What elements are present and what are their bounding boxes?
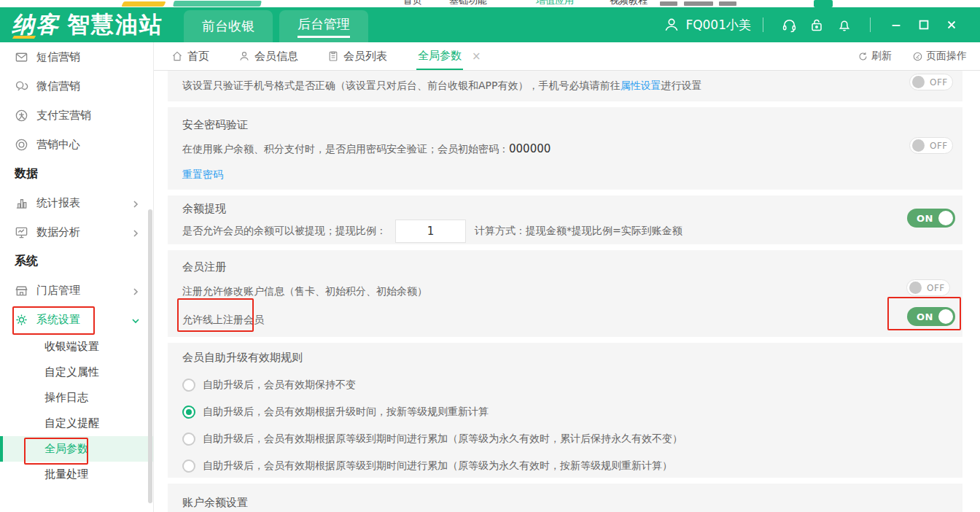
- upgrade-option-2[interactable]: 自助升级后，会员有效期根据升级时间，按新等级规则重新计算: [182, 406, 948, 419]
- backdrop-icon-fragment: [814, 0, 833, 7]
- balance-withdrawal-toggle[interactable]: ON: [907, 209, 955, 228]
- section-title: 账户余额设置: [182, 496, 948, 510]
- tab-member-info[interactable]: 会员信息: [238, 42, 298, 70]
- page-operations-label: 页面操作: [926, 50, 967, 63]
- member-icon: [238, 50, 250, 62]
- security-password-toggle[interactable]: OFF: [909, 137, 953, 154]
- section-title: 安全密码验证: [182, 118, 948, 132]
- withdrawal-desc-after: 计算方式：提现金额*提现比例=实际到账金额: [475, 225, 682, 238]
- maximize-button[interactable]: [916, 17, 932, 33]
- nav-tab-label: 前台收银: [202, 18, 254, 35]
- chevron-down-icon: [131, 315, 140, 324]
- sidebar-item-custom-attributes[interactable]: 自定义属性: [0, 360, 153, 385]
- user-account[interactable]: FQ001小美: [664, 17, 751, 34]
- tab-close-icon[interactable]: ×: [472, 50, 481, 63]
- sidebar-item-operation-log[interactable]: 操作日志: [0, 385, 153, 411]
- toggle-knob: [912, 139, 925, 152]
- sidebar-item-batch-processing[interactable]: 批量处理: [0, 462, 153, 487]
- upgrade-option-3[interactable]: 自助升级后，会员有效期根据原等级到期时间进行累加（原等级为永久有效时，累计后保持…: [182, 433, 948, 446]
- upgrade-option-4[interactable]: 自助升级后，会员有效期根据原等级到期时间进行累加（原等级为永久有效时，按新等级规…: [182, 459, 948, 473]
- section-balance-withdrawal: 余额提现 是否允许会员的余额可以被提现；提现比例： 计算方式：提现金额*提现比例…: [168, 195, 962, 244]
- store-icon: [15, 284, 28, 298]
- tab-home[interactable]: 首页: [171, 42, 209, 70]
- phone-validation-toggle[interactable]: OFF: [909, 74, 953, 90]
- sidebar-item-data-analysis[interactable]: 数据分析: [0, 217, 153, 247]
- minimize-button[interactable]: [888, 17, 904, 33]
- sidebar-item-alipay-marketing[interactable]: 支付宝营销: [0, 101, 153, 130]
- gear-icon: [15, 313, 28, 327]
- nav-tab-backend-admin[interactable]: 后台管理: [279, 10, 368, 42]
- alipay-icon: [15, 109, 28, 123]
- upgrade-option-1[interactable]: 自助升级后，会员有效期保持不变: [182, 379, 948, 392]
- monitor-chart-icon: [15, 225, 28, 239]
- sidebar-item-statistics-report[interactable]: 统计报表: [0, 188, 153, 217]
- background-window-strip: 首页 基础功能 增值应用 视频教程: [0, 0, 980, 7]
- backdrop-menu-video: 视频教程: [610, 0, 648, 7]
- radio-unselected[interactable]: [182, 379, 195, 392]
- tabbar-actions: 刷新 页面操作: [858, 50, 967, 63]
- sidebar-item-system-settings[interactable]: 系统设置: [0, 305, 153, 334]
- sidebar-item-wechat-marketing[interactable]: 微信营销: [0, 71, 153, 101]
- section-title: 余额提现: [182, 202, 948, 216]
- section-title: 会员注册: [182, 260, 948, 274]
- backdrop-menu-home: 首页: [403, 0, 422, 7]
- sidebar-item-marketing-center[interactable]: 营销中心: [0, 130, 153, 159]
- registration-edit-account-toggle[interactable]: OFF: [906, 279, 950, 296]
- sidebar-item-custom-reminder[interactable]: 自定义提醒: [0, 411, 153, 436]
- lock-screen-icon[interactable]: [809, 17, 825, 33]
- tab-label: 首页: [187, 50, 209, 63]
- toggle-knob: [909, 282, 922, 294]
- registration-edit-account-label: 注册允许修改账户信息（售卡、初始积分、初始余额）: [182, 285, 948, 298]
- sidebar-item-cashier-settings[interactable]: 收银端设置: [0, 334, 153, 360]
- sidebar-item-label: 数据分析: [36, 225, 80, 239]
- radio-unselected[interactable]: [182, 433, 195, 446]
- divider: [763, 18, 763, 32]
- section-member-registration: 会员注册 注册允许修改账户信息（售卡、初始积分、初始余额） 允许线上注册会员 O…: [168, 250, 962, 337]
- refresh-label: 刷新: [871, 50, 892, 63]
- nav-tab-front-cashier[interactable]: 前台收银: [184, 10, 273, 42]
- refresh-button[interactable]: 刷新: [858, 50, 892, 63]
- envelope-icon: [15, 50, 28, 64]
- sidebar-item-label: 支付宝营销: [36, 109, 91, 123]
- radio-unselected[interactable]: [182, 459, 195, 473]
- section-security-password: 安全密码验证 在使用账户余额、积分支付时，是否启用密码安全验证；会员初始密码：0…: [168, 107, 962, 190]
- headset-support-icon[interactable]: [781, 17, 797, 33]
- sidebar-item-label: 系统设置: [36, 313, 80, 327]
- sidebar-item-label: 微信营销: [36, 79, 80, 93]
- tab-member-list[interactable]: 会员列表: [327, 42, 387, 70]
- backdrop-menu-addon: 增值应用: [536, 0, 574, 7]
- notification-bell-icon[interactable]: [836, 17, 852, 33]
- sidebar-item-sms-marketing[interactable]: 短信营销: [0, 42, 153, 71]
- sidebar-item-label: 统计报表: [36, 196, 80, 210]
- sidebar-item-store-management[interactable]: 门店管理: [0, 276, 153, 305]
- initial-password-value: 000000: [509, 142, 551, 155]
- online-registration-toggle[interactable]: ON: [907, 307, 955, 326]
- backdrop-text-remnant: [660, 1, 677, 6]
- tab-global-parameters[interactable]: 全局参数 ×: [416, 42, 481, 70]
- clipboard-icon: [327, 50, 339, 62]
- tab-label: 会员列表: [343, 50, 387, 63]
- sidebar-scrollbar[interactable]: [148, 209, 152, 503]
- page-operations-icon: [912, 51, 923, 62]
- attribute-settings-link[interactable]: 属性设置: [620, 79, 661, 91]
- radio-selected[interactable]: [182, 406, 195, 419]
- sidebar: 短信营销 微信营销 支付宝营销 营销中心 数据 统计报表 数据分析 系统 门店管: [0, 42, 154, 512]
- settings-content: 该设置只验证手机号格式是否正确（该设置只对后台、前台收银和APP有效），手机号必…: [154, 71, 980, 512]
- withdrawal-ratio-input[interactable]: [395, 220, 466, 243]
- toggle-knob: [938, 309, 953, 324]
- sidebar-group-data: 数据: [0, 159, 153, 188]
- tab-label: 全局参数: [416, 42, 463, 70]
- online-registration-label: 允许线上注册会员: [182, 314, 948, 327]
- backdrop-logo-fragment: [121, 1, 166, 7]
- reset-password-link[interactable]: 重置密码: [182, 168, 223, 182]
- close-button[interactable]: [944, 17, 960, 33]
- chevron-right-icon: [131, 228, 140, 236]
- titlebar-right: FQ001小美: [664, 17, 980, 34]
- sidebar-item-global-parameters[interactable]: 全局参数: [0, 436, 153, 462]
- home-icon: [171, 50, 183, 62]
- logo-text-product: 智慧油站: [67, 9, 163, 40]
- sidebar-item-label: 门店管理: [36, 284, 80, 298]
- security-password-desc: 在使用账户余额、积分支付时，是否启用密码安全验证；会员初始密码：000000: [182, 142, 948, 156]
- page-operations-button[interactable]: 页面操作: [912, 50, 967, 63]
- phone-validation-desc: 该设置只验证手机号格式是否正确（该设置只对后台、前台收银和APP有效），手机号必…: [182, 79, 948, 93]
